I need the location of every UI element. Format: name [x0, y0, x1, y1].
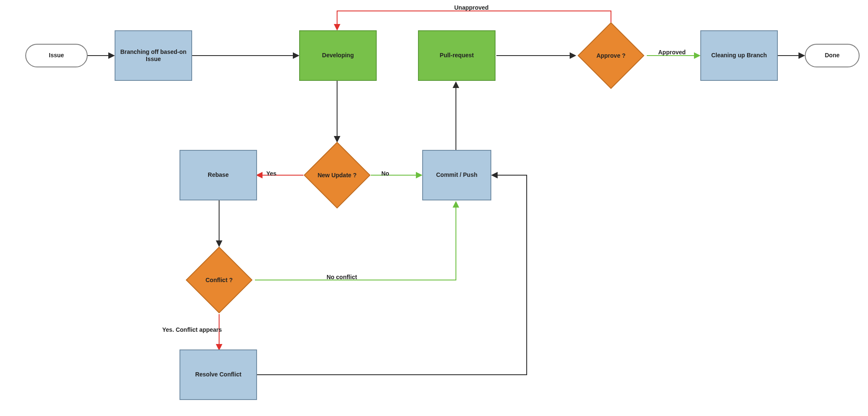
node-rebase: Rebase — [179, 150, 257, 200]
node-approve-label: Approve ? — [576, 21, 646, 90]
edge-label-yes: Yes — [266, 170, 276, 177]
edge-label-yes-conflict: Yes. Conflict appears — [162, 326, 222, 333]
edge-label-no-conflict: No conflict — [327, 274, 357, 280]
flowchart-canvas: Unapproved Approved Yes No No conflict Y… — [0, 0, 868, 416]
node-new-update-label: New Update ? — [303, 141, 372, 210]
node-branching: Branching off based-on Issue — [115, 30, 192, 81]
node-resolve-conflict: Resolve Conflict — [179, 349, 257, 400]
node-cleaning: Cleaning up Branch — [700, 30, 778, 81]
node-issue: Issue — [25, 44, 88, 67]
edge-label-no: No — [381, 170, 389, 177]
node-commit-push: Commit / Push — [422, 150, 491, 200]
node-conflict-label: Conflict ? — [185, 245, 254, 315]
node-done: Done — [805, 44, 860, 67]
node-approve-decision: Approve ? — [576, 21, 646, 90]
edge-label-unapproved: Unapproved — [454, 4, 489, 11]
node-new-update-decision: New Update ? — [303, 141, 372, 210]
node-pull-request: Pull-request — [418, 30, 496, 81]
edge-label-approved: Approved — [658, 49, 686, 56]
node-developing: Developing — [299, 30, 377, 81]
node-conflict-decision: Conflict ? — [185, 245, 254, 315]
